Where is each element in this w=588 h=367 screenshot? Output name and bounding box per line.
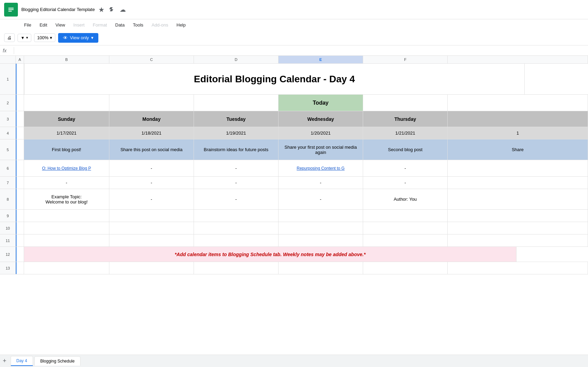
menu-help[interactable]: Help (173, 21, 189, 29)
cell-a13 (16, 262, 24, 274)
drive-icon[interactable] (109, 6, 116, 14)
svg-rect-2 (8, 9, 13, 10)
link-b6[interactable]: O: How to Optimize Blog P (42, 166, 91, 171)
row-num-5: 5 (0, 139, 16, 160)
cell-b11 (24, 234, 109, 247)
cell-c11 (109, 234, 194, 247)
sheet-container: A B C D E F 1 Editorial Blogging Calenda… (0, 56, 588, 367)
table-row: 11 (0, 234, 588, 247)
cell-a3 (16, 111, 24, 127)
cell-b7: - (24, 177, 109, 189)
column-headers: A B C D E F (0, 56, 588, 64)
cell-a2 (16, 95, 24, 111)
row-num-header (0, 56, 16, 63)
cell-b8: Example Topic: Welcome to our blog! (24, 189, 109, 209)
cell-c9 (109, 210, 194, 222)
cell-d8: - (194, 189, 279, 209)
col-header-c: C (109, 56, 194, 63)
cell-e3-wednesday: Wednesday (279, 111, 363, 127)
menu-addons: Add-ons (148, 21, 172, 29)
row-num-4: 4 (0, 127, 16, 139)
col-header-a: A (16, 56, 24, 63)
cell-f2 (363, 95, 448, 111)
title-bar: Blogging Editorial Calendar Template ★ ☁ (0, 0, 588, 19)
filter-button[interactable]: ▼ ▾ (18, 34, 31, 42)
print-icon: 🖨 (7, 35, 12, 40)
col-header-e: E (279, 56, 363, 63)
cell-c2 (109, 95, 194, 111)
cell-b3-sunday: Sunday (24, 111, 109, 127)
fx-label: fx (3, 48, 10, 53)
cell-f7: - (363, 177, 448, 189)
view-only-label: View only (70, 35, 89, 40)
cell-g2 (448, 95, 588, 111)
cloud-icon[interactable]: ☁ (120, 6, 126, 13)
cell-g3 (448, 111, 588, 127)
zoom-button[interactable]: 100% ▾ (34, 33, 55, 42)
cell-c4-date: 1/18/2021 (109, 127, 194, 139)
formula-bar: fx (0, 45, 588, 56)
menu-view[interactable]: View (52, 21, 68, 29)
cell-c3-monday: Monday (109, 111, 194, 127)
cell-g10 (448, 222, 588, 234)
print-button[interactable]: 🖨 (4, 33, 15, 42)
table-row: 10 (0, 222, 588, 234)
cell-g8 (448, 189, 588, 209)
cell-c13 (109, 262, 194, 274)
cell-a12 (16, 247, 24, 262)
cell-e7: - (279, 177, 363, 189)
cell-e6-link[interactable]: Repurposing Content to G (279, 160, 363, 176)
cell-g4: 1 (448, 127, 588, 139)
cell-d6: - (194, 160, 279, 176)
cell-b6-link[interactable]: O: How to Optimize Blog P (24, 160, 109, 176)
table-row: 1 Editorial Blogging Calendar - Day 4 (0, 64, 588, 95)
cell-a8 (16, 189, 24, 209)
menu-format: Format (89, 21, 110, 29)
tab-day4[interactable]: Day 4 (11, 356, 33, 366)
cell-b4-date: 1/17/2021 (24, 127, 109, 139)
cell-b2 (24, 95, 109, 111)
cell-b5-task: First blog post! (24, 139, 109, 160)
cell-g7 (448, 177, 588, 189)
menu-insert: Insert (70, 21, 88, 29)
app-icon (4, 3, 18, 17)
cell-a9 (16, 210, 24, 222)
menu-data[interactable]: Data (112, 21, 128, 29)
link-e6[interactable]: Repurposing Content to G (297, 166, 345, 171)
toolbar: 🖨 ▼ ▾ 100% ▾ 👁 View only ▾ (0, 30, 588, 45)
menu-edit[interactable]: Edit (36, 21, 51, 29)
svg-rect-1 (8, 8, 13, 8)
view-only-dropdown-icon: ▾ (91, 35, 94, 40)
cell-e2-today: Today (279, 95, 363, 111)
col-header-f: F (363, 56, 448, 63)
cell-a4 (16, 127, 24, 139)
zoom-label: 100% (37, 35, 48, 40)
table-row: 3 Sunday Monday Tuesday Wednesday Thursd… (0, 111, 588, 127)
cell-c10 (109, 222, 194, 234)
table-row: 13 (0, 262, 588, 274)
row-num-7: 7 (0, 177, 16, 189)
menu-tools[interactable]: Tools (129, 21, 146, 29)
cell-e5-task: Share your first post on social media ag… (279, 139, 363, 160)
cell-g11 (448, 234, 588, 247)
row-num-2: 2 (0, 95, 16, 111)
row-num-8: 8 (0, 189, 16, 209)
table-row: 7 - - - - - (0, 177, 588, 189)
cell-d9 (194, 210, 279, 222)
cell-e10 (279, 222, 363, 234)
row-num-1: 1 (0, 64, 16, 94)
eye-icon: 👁 (63, 35, 68, 41)
col-header-d: D (194, 56, 279, 63)
view-only-button[interactable]: 👁 View only ▾ (58, 33, 98, 43)
cell-a10 (16, 222, 24, 234)
cell-f3-thursday: Thursday (363, 111, 448, 127)
table-row: 12 *Add calendar items to Blogging Sched… (0, 247, 588, 262)
menu-file[interactable]: File (21, 21, 35, 29)
menu-bar: File Edit View Insert Format Data Tools … (0, 19, 588, 30)
star-icon[interactable]: ★ (98, 6, 105, 14)
add-sheet-button[interactable]: + (3, 357, 7, 365)
cell-a5 (16, 139, 24, 160)
tab-blogging-schedule[interactable]: Blogging Schedule (34, 356, 80, 366)
cell-b10 (24, 222, 109, 234)
sheet-tabs: + Day 4 Blogging Schedule (0, 355, 588, 367)
